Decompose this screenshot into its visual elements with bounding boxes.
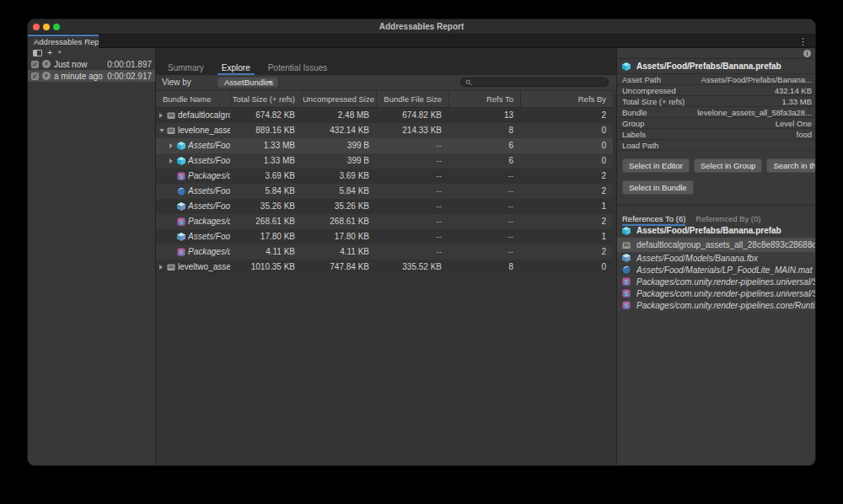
refs-by-cell: 0: [520, 260, 613, 275]
bundle-file-size-cell: --: [376, 138, 448, 153]
uncompressed-size-cell: 399 B: [302, 153, 376, 169]
reference-list-item[interactable]: SPackages/com.unity.render-pipelines.cor…: [617, 299, 816, 311]
bundle-name-text: Assets/Food/Mat: [188, 184, 230, 199]
property-value: levelone_assets_all_58fa3a28...: [697, 108, 812, 117]
search-input[interactable]: [475, 78, 604, 86]
table-row[interactable]: Assets/Food/Prefa1.33 MB399 B--60: [156, 138, 613, 153]
bundle-name-cell: Assets/Food/Mat: [156, 184, 230, 199]
table-row[interactable]: levelone_assets_all_5889.16 KB432.14 KB2…: [156, 123, 613, 138]
table-row[interactable]: Assets/Food/Mod35.26 KB35.26 KB----1: [156, 199, 613, 214]
refs-to-cell: 13: [448, 108, 520, 123]
refs-to-cell: --: [448, 214, 520, 229]
report-list-item[interactable]: ✓✕Just now0:00:01.897: [28, 58, 155, 70]
bundle-name-text: Packages/com.un: [188, 169, 230, 184]
kebab-menu-icon[interactable]: ⋮: [798, 35, 808, 47]
bundle-name-text: Assets/Food/Prefa: [188, 138, 230, 153]
column-header-bundle-name[interactable]: Bundle Name: [156, 91, 230, 107]
remove-report-icon[interactable]: ✕: [42, 72, 51, 80]
title-bar[interactable]: Addressables Report: [28, 19, 815, 35]
property-value: 432.14 KB: [775, 86, 812, 95]
panel-toggle-icon[interactable]: [33, 50, 42, 56]
desktop-background: Addressables Report Addressables Report …: [0, 0, 843, 504]
disclosure-right-icon[interactable]: [159, 260, 166, 275]
table-row[interactable]: leveltwo_assets_all_11010.35 KB747.84 KB…: [156, 260, 613, 275]
uncompressed-size-cell: 17.80 KB: [302, 229, 376, 244]
disclosure-right-icon[interactable]: [169, 138, 176, 153]
bundle-name-cell: SPackages/com.un: [156, 244, 230, 260]
reference-list-item[interactable]: SPackages/com.unity.render-pipelines.uni…: [617, 287, 816, 299]
select-in-bundle-button[interactable]: Select in Bundle: [622, 180, 694, 195]
column-header-refs-by[interactable]: Refs By: [520, 91, 613, 107]
table-row[interactable]: Assets/Food/Prefa1.33 MB399 B--60: [156, 153, 613, 169]
property-value: 1.33 MB: [782, 97, 812, 106]
search-in-this-view-button[interactable]: Search in this view: [766, 158, 816, 173]
search-field[interactable]: [460, 78, 609, 87]
total-size-cell: 4.11 KB: [230, 244, 302, 260]
reference-list-item[interactable]: defaultlocalgroup_assets_all_28c8e893c28…: [617, 238, 816, 252]
material-icon: [177, 187, 185, 196]
reference-path: Packages/com.unity.render-pipelines.univ…: [636, 277, 816, 287]
column-header-total-size-refs[interactable]: Total Size (+ refs): [230, 91, 302, 107]
table-row[interactable]: Assets/Food/Mat5.84 KB5.84 KB----2: [156, 184, 613, 199]
explore-panel: SummaryExplorePotential Issues View by A…: [156, 48, 616, 466]
asset-properties: Asset PathAssets/Food/Prefabs/Banana...U…: [617, 74, 816, 151]
report-checkbox[interactable]: ✓: [31, 61, 39, 68]
table-row[interactable]: SPackages/com.un3.69 KB3.69 KB----2: [156, 169, 613, 184]
inspector-buttons-row2: Select in Bundle: [617, 180, 816, 195]
reference-list-item[interactable]: Assets/Food/Prefabs/Banana.prefab: [617, 223, 816, 238]
tab-potential-issues[interactable]: Potential Issues: [264, 62, 332, 75]
bundle-name-cell: defaultlocalgroup_as: [156, 108, 230, 123]
reference-path: Packages/com.unity.render-pipelines.core…: [636, 301, 816, 310]
property-row: Bundlelevelone_assets_all_58fa3a28...: [617, 107, 816, 118]
reference-list-item[interactable]: SPackages/com.unity.render-pipelines.uni…: [617, 276, 816, 287]
table-row[interactable]: SPackages/com.un4.11 KB4.11 KB----2: [156, 244, 613, 260]
select-in-group-button[interactable]: Select in Group: [694, 158, 762, 173]
reference-list-item[interactable]: Assets/Food/Models/Banana.fbx: [617, 252, 816, 264]
svg-text:S: S: [625, 279, 629, 285]
bundle-icon: [167, 126, 175, 135]
column-header-bundle-file-size[interactable]: Bundle File Size: [376, 91, 448, 107]
table-row[interactable]: SPackages/com.un268.61 KB268.61 KB----2: [156, 214, 613, 229]
report-label: Just now: [54, 60, 104, 69]
total-size-cell: 1.33 MB: [230, 153, 302, 169]
report-list-item[interactable]: ✓✕a minute ago0:00:02.917: [28, 70, 155, 82]
column-header-refs-to[interactable]: Refs To: [448, 91, 520, 107]
info-icon[interactable]: i: [803, 50, 811, 57]
add-report-caret-icon[interactable]: ▾: [58, 49, 62, 56]
bundle-name-cell: SPackages/com.un: [156, 169, 230, 184]
report-tab-strip: SummaryExplorePotential Issues: [156, 48, 616, 75]
asset-inspector: i Assets/Food/Prefabs/Banana.prefab Asse…: [617, 48, 816, 466]
refs-by-cell: 2: [520, 184, 613, 199]
reference-list-item[interactable]: Assets/Food/Materials/LP_FoodLite_MAIN.m…: [617, 264, 816, 276]
refs-by-cell: 2: [520, 169, 613, 184]
table-row[interactable]: defaultlocalgroup_as674.82 KB2.48 MB674.…: [156, 108, 613, 123]
reference-path: defaultlocalgroup_assets_all_28c8e893c28…: [636, 240, 816, 249]
table-row[interactable]: Assets/Food/Mod17.80 KB17.80 KB----1: [156, 229, 613, 244]
chevron-right-icon[interactable]: ›: [810, 238, 813, 252]
refs-to-cell: --: [448, 169, 520, 184]
bundle-name-cell: leveltwo_assets_all_1: [156, 260, 230, 275]
view-by-label: View by: [162, 75, 191, 90]
property-label: Load Path: [622, 141, 658, 150]
search-icon: [465, 79, 472, 86]
column-header-uncompressed-size[interactable]: Uncompressed Size: [302, 91, 376, 107]
property-label: Asset Path: [622, 75, 661, 84]
tab-explore[interactable]: Explore: [217, 62, 255, 75]
property-label: Total Size (+ refs): [622, 97, 685, 106]
disclosure-right-icon[interactable]: [159, 108, 166, 123]
prefab-icon: [622, 227, 631, 235]
property-label: Group: [622, 119, 644, 128]
tab-addressables-report[interactable]: Addressables Report: [28, 35, 99, 48]
window-body: + ▾ ✓✕Just now0:00:01.897✓✕a minute ago0…: [28, 48, 816, 466]
disclosure-right-icon[interactable]: [169, 153, 176, 169]
disclosure-down-icon[interactable]: [159, 123, 166, 138]
reference-path: Assets/Food/Prefabs/Banana.prefab: [636, 226, 816, 235]
remove-report-icon[interactable]: ✕: [42, 60, 51, 68]
select-in-editor-button[interactable]: Select in Editor: [622, 158, 690, 173]
refs-by-cell: 0: [520, 138, 613, 153]
add-report-button[interactable]: +: [47, 47, 52, 57]
view-by-dropdown[interactable]: AssetBundles ▼: [217, 77, 278, 88]
tab-summary[interactable]: Summary: [164, 62, 208, 75]
table-body: defaultlocalgroup_as674.82 KB2.48 MB674.…: [156, 108, 613, 275]
report-checkbox[interactable]: ✓: [31, 72, 39, 80]
